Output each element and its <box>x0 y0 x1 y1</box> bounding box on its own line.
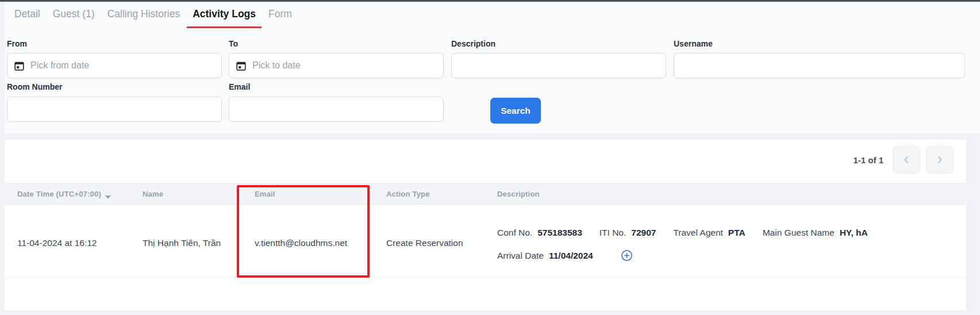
room-number-field <box>7 97 222 122</box>
pagination-prev-button[interactable] <box>893 146 920 174</box>
results-card-background <box>5 140 966 310</box>
conf-no-label: Conf No. <box>497 228 532 238</box>
column-header-name: Name <box>143 190 163 198</box>
column-header-action-type: Action Type <box>386 190 430 198</box>
pagination-next-button[interactable] <box>926 146 954 174</box>
row-cell-email: v.tientth@cloudhms.net <box>255 238 347 248</box>
column-header-email: Email <box>255 190 275 198</box>
calendar-icon <box>14 61 24 71</box>
iti-no-label: ITI No. <box>599 228 627 238</box>
column-header-datetime[interactable]: Date Time (UTC+07:00) <box>17 190 111 198</box>
main-guest-name-label: Main Guest Name <box>763 228 835 238</box>
chevron-left-icon <box>902 155 911 164</box>
description-field-conf-no: Conf No. 575183583 <box>497 228 582 238</box>
main-guest-name-value: HY, hA <box>840 228 868 238</box>
description-field-arrival-date: Arrival Date 11/04/2024 <box>497 251 593 261</box>
row-divider <box>5 276 966 277</box>
column-header-datetime-label: Date Time (UTC+07:00) <box>17 190 101 198</box>
sort-descending-caret-icon <box>105 195 111 199</box>
from-date-input[interactable] <box>29 60 214 71</box>
expand-row-button[interactable] <box>621 249 633 262</box>
tab-detail[interactable]: Detail <box>9 8 46 28</box>
activity-logs-page: Detail Guest (1) Calling Histories Activ… <box>0 0 980 315</box>
row-cell-name: Thị Hạnh Tiên, Trần <box>143 238 221 248</box>
tab-guest[interactable]: Guest (1) <box>47 8 101 28</box>
username-field <box>674 53 965 78</box>
column-header-description: Description <box>497 190 540 198</box>
row-cell-description-line2: Arrival Date 11/04/2024 <box>497 249 633 262</box>
arrival-date-label: Arrival Date <box>497 251 544 261</box>
to-label: To <box>229 39 238 48</box>
plus-circle-icon <box>621 249 633 262</box>
from-label: From <box>7 39 27 48</box>
row-cell-action-type: Create Reservation <box>386 238 463 248</box>
tab-activity-logs[interactable]: Activity Logs <box>187 8 262 28</box>
tab-form[interactable]: Form <box>263 8 298 28</box>
travel-agent-label: Travel Agent <box>673 228 722 238</box>
arrival-date-value: 11/04/2024 <box>549 251 593 261</box>
travel-agent-value: PTA <box>728 228 745 238</box>
email-field <box>229 97 444 122</box>
description-label: Description <box>451 39 495 48</box>
chevron-right-icon <box>935 155 944 164</box>
room-number-label: Room Number <box>7 82 62 91</box>
username-input[interactable] <box>681 60 958 71</box>
pagination-range-text: 1-1 of 1 <box>799 155 883 165</box>
calendar-icon <box>236 61 246 71</box>
to-date-input[interactable] <box>251 60 436 71</box>
description-input[interactable] <box>459 60 659 71</box>
row-cell-description-line1: Conf No. 575183583 ITI No. 72907 Travel … <box>497 228 868 238</box>
row-cell-datetime: 11-04-2024 at 16:12 <box>17 238 97 248</box>
from-date-field <box>7 53 222 78</box>
conf-no-value: 575183583 <box>537 228 582 238</box>
description-field-travel-agent: Travel Agent PTA <box>673 228 745 238</box>
search-button[interactable]: Search <box>490 98 541 124</box>
username-label: Username <box>674 39 713 48</box>
tab-calling-histories[interactable]: Calling Histories <box>102 8 186 28</box>
room-number-input[interactable] <box>14 103 214 115</box>
email-label: Email <box>229 82 250 91</box>
description-field-main-guest-name: Main Guest Name HY, hA <box>763 228 868 238</box>
tab-bar: Detail Guest (1) Calling Histories Activ… <box>9 8 298 28</box>
to-date-field <box>229 53 444 78</box>
iti-no-value: 72907 <box>631 228 656 238</box>
description-field-iti-no: ITI No. 72907 <box>599 228 656 238</box>
description-field <box>451 53 666 78</box>
email-input[interactable] <box>236 103 436 115</box>
